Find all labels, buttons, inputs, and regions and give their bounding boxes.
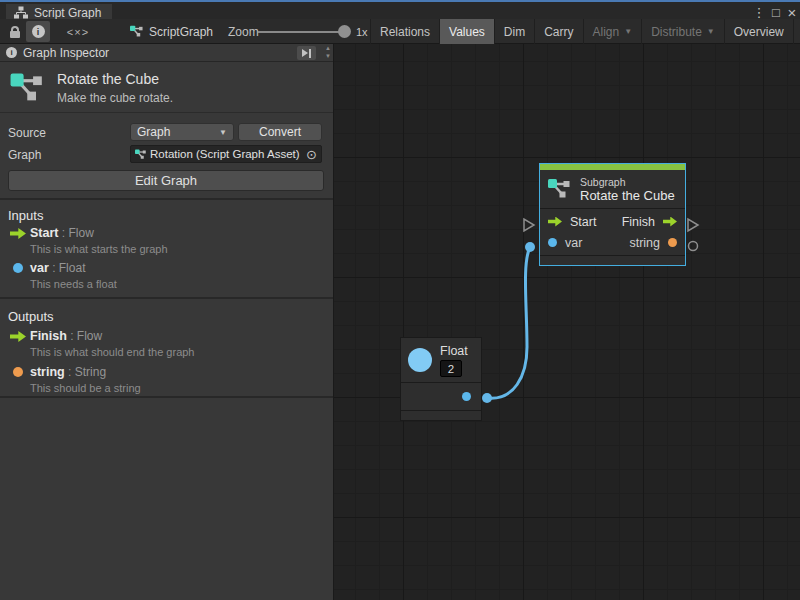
outputs-section: Outputs Finish : Flow This is what shoul… — [0, 301, 333, 398]
graph-settings-block: Source Graph ▼ Convert Graph Rotation (S… — [0, 114, 333, 200]
outputs-header: Outputs — [8, 309, 54, 324]
graph-field-label: Graph — [8, 148, 41, 162]
connection-wire[interactable] — [487, 247, 530, 398]
zoom-value: 1x — [356, 19, 368, 44]
zoom-slider-knob[interactable] — [338, 25, 351, 38]
carry-button[interactable]: Carry — [534, 19, 582, 44]
object-picker-icon[interactable]: ⊙ — [304, 147, 319, 162]
spin-up-icon[interactable]: ▲ — [325, 45, 331, 51]
dock-panel-button[interactable] — [297, 46, 316, 60]
graph-object-field[interactable]: Rotation (Script Graph Asset) ⊙ — [130, 145, 322, 163]
zoom-label: Zoom — [228, 19, 259, 44]
unity-script-graph-window: Script Graph ⋮ □ × i <×> ScriptGraph Z — [0, 0, 800, 600]
flow-port-row: Start Finish — [540, 211, 685, 232]
inputs-section: Inputs Start : Flow This is what starts … — [0, 200, 333, 299]
graph-title: Rotate the Cube — [57, 71, 159, 87]
external-flow-output-port[interactable] — [688, 219, 698, 231]
node-ports: Start Finish var string — [540, 208, 685, 255]
graph-toolbar: i <×> ScriptGraph Zoom 1x Relations Valu… — [0, 19, 800, 44]
float-node-header[interactable]: Float 2 — [401, 338, 481, 382]
graph-description-block: Rotate the Cube Make the cube rotate. — [0, 62, 333, 113]
source-dropdown-value: Graph — [137, 125, 170, 139]
float-type-icon — [408, 348, 432, 372]
relations-button[interactable]: Relations — [370, 19, 439, 44]
node-title: Rotate the Cube — [580, 188, 675, 203]
dim-button[interactable]: Dim — [494, 19, 534, 44]
port-row: Finish : Flow — [30, 329, 102, 343]
graph-subtitle: Make the cube rotate. — [57, 91, 173, 105]
flow-in-icon — [548, 217, 562, 227]
string-port-icon — [13, 367, 23, 377]
float-node[interactable]: Float 2 — [400, 337, 482, 421]
port-row: Start : Flow — [30, 226, 94, 240]
wire-layer — [334, 44, 800, 600]
node-badge: Subgraph — [580, 176, 675, 188]
float-value-input[interactable]: 2 — [440, 360, 462, 377]
port-row: string : String — [30, 365, 106, 379]
node-footer — [540, 255, 685, 265]
value-in-icon — [548, 238, 557, 247]
inputs-header: Inputs — [8, 208, 43, 223]
flow-out-icon — [663, 217, 677, 227]
chevron-down-icon: ▼ — [624, 27, 632, 36]
convert-button[interactable]: Convert — [238, 123, 322, 141]
inspector-header-title: Graph Inspector — [23, 46, 109, 60]
edit-graph-button[interactable]: Edit Graph — [8, 170, 324, 191]
script-graph-icon — [548, 178, 572, 200]
inspector-header: i Graph Inspector ▲ ▼ — [0, 44, 333, 62]
overview-button[interactable]: Overview — [724, 19, 793, 44]
title-bar: Script Graph ⋮ □ × — [0, 0, 800, 19]
spin-down-icon[interactable]: ▼ — [325, 53, 331, 59]
graph-canvas[interactable]: Subgraph Rotate the Cube Start Finish — [334, 44, 800, 600]
var-port[interactable]: var — [548, 236, 582, 250]
external-value-output-port[interactable] — [689, 242, 698, 251]
align-button[interactable]: Align ▼ — [583, 19, 642, 44]
info-icon: i — [6, 47, 17, 58]
flow-port-icon — [10, 228, 26, 239]
float-output-port[interactable] — [462, 392, 471, 401]
port-row: var : Float — [30, 261, 85, 275]
start-port[interactable]: Start — [548, 215, 596, 229]
string-port[interactable]: string — [629, 236, 677, 250]
graph-object-value: Rotation (Script Graph Asset) — [150, 148, 301, 160]
inspector-toggle-button[interactable]: i — [26, 21, 50, 42]
hierarchy-icon — [14, 6, 28, 19]
chevron-down-icon: ▼ — [219, 128, 227, 137]
dock-right-icon — [302, 49, 308, 57]
float-node-title: Float — [440, 344, 468, 358]
subgraph-node[interactable]: Subgraph Rotate the Cube Start Finish — [539, 163, 686, 266]
source-dropdown[interactable]: Graph ▼ — [130, 123, 234, 141]
graph-breadcrumb-label: ScriptGraph — [149, 25, 213, 39]
value-port-row: var string — [540, 232, 685, 253]
script-graph-icon — [10, 72, 46, 104]
values-button[interactable]: Values — [439, 19, 494, 44]
code-view-button[interactable]: <×> — [58, 19, 98, 44]
graph-breadcrumb[interactable]: ScriptGraph — [130, 19, 213, 44]
script-graph-icon — [135, 149, 147, 160]
full-screen-button[interactable]: Full Screen — [793, 19, 800, 44]
chevron-down-icon: ▼ — [707, 27, 715, 36]
lock-button[interactable] — [4, 19, 26, 44]
value-port-icon — [13, 263, 23, 273]
subgraph-node-header[interactable]: Subgraph Rotate the Cube — [540, 170, 685, 208]
node-footer — [401, 410, 481, 420]
distribute-button[interactable]: Distribute ▼ — [641, 19, 724, 44]
panel-spinner[interactable]: ▲ ▼ — [325, 45, 331, 59]
script-graph-icon — [130, 25, 144, 38]
zoom-slider-track[interactable] — [258, 31, 344, 33]
code-icon: <×> — [67, 26, 89, 38]
float-node-body — [401, 382, 481, 410]
toolbar-button-group: Relations Values Dim Carry Align ▼ Distr… — [370, 19, 800, 44]
string-out-icon — [668, 238, 677, 247]
info-icon: i — [32, 25, 45, 38]
flow-port-icon — [10, 331, 26, 342]
finish-port[interactable]: Finish — [622, 215, 677, 229]
source-label: Source — [8, 126, 46, 140]
tab-label: Script Graph — [34, 6, 101, 20]
external-flow-input-port[interactable] — [524, 219, 534, 231]
wire-endpoint-dot[interactable] — [525, 242, 535, 252]
wire-endpoint-dot[interactable] — [482, 393, 492, 403]
graph-inspector-panel: i Graph Inspector ▲ ▼ Rotate the Cube Ma… — [0, 44, 334, 600]
